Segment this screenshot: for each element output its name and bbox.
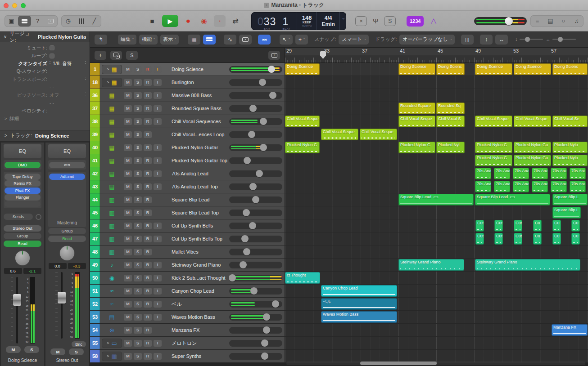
track-number[interactable]: 38 xyxy=(90,115,100,128)
mute-button[interactable]: M xyxy=(124,79,132,86)
param-value[interactable]: オフ xyxy=(50,92,59,98)
region[interactable]: Doing Science xyxy=(398,63,435,75)
track-number[interactable]: 47 xyxy=(90,232,100,245)
track-volume-slider[interactable] xyxy=(229,196,282,203)
volume-fader[interactable] xyxy=(10,277,22,344)
record-enable-button[interactable]: R xyxy=(144,105,152,112)
stepper-icon[interactable]: ˆˇ xyxy=(85,62,86,66)
track-name[interactable]: Burlington xyxy=(165,80,229,85)
track-number[interactable]: 49 xyxy=(90,259,100,271)
capture-recording-button[interactable]: ◉ xyxy=(198,15,210,27)
track-name[interactable]: ベル xyxy=(165,301,229,308)
pan-knob[interactable] xyxy=(59,245,75,261)
track-number[interactable]: 36 xyxy=(90,89,100,102)
input-monitor-button[interactable]: I xyxy=(154,92,162,99)
track-number[interactable]: 40 xyxy=(90,141,100,154)
region[interactable]: Chill Vocal Seque xyxy=(285,116,320,127)
track-lane[interactable]: Doing ScienceDoing ScienceDoing SciencDo… xyxy=(285,63,588,76)
input-monitor-button[interactable]: I xyxy=(154,170,162,177)
track-header[interactable]: 55>▭MSRIメロトロン xyxy=(90,337,285,349)
param-value[interactable]: - - xyxy=(50,100,54,106)
region[interactable]: Chill Vocal Seque xyxy=(360,129,397,140)
track-header[interactable]: 44▥MSRSquare Blip Lead xyxy=(90,193,285,206)
region-param-row[interactable]: ピッチソース:オフˆˇ xyxy=(0,91,90,99)
horizontal-zoom-slider[interactable]: ↔ xyxy=(546,37,576,42)
volume-knob[interactable] xyxy=(263,313,270,321)
region-param-row[interactable]: >詳細 xyxy=(0,115,90,123)
input-monitor-button[interactable]: I xyxy=(154,275,162,281)
region[interactable]: Chill Vocal Seque xyxy=(514,116,551,127)
stepper-icon[interactable]: ˆˇ xyxy=(85,77,86,81)
track-lane[interactable]: Plucked Nylon GPlucked Nylon GPlucked Ny… xyxy=(285,141,588,154)
volume-knob[interactable] xyxy=(249,105,257,112)
mute-button[interactable]: M xyxy=(50,348,65,355)
track-name[interactable]: Chill Vocal...ences Loop xyxy=(165,132,229,137)
region[interactable]: Plucked Nylo xyxy=(552,142,588,153)
track-lane[interactable]: Plucked Nylon GPlucked Nylon GuPlucked N… xyxy=(285,154,588,167)
mute-button[interactable]: M xyxy=(124,236,132,242)
solo-button[interactable]: S xyxy=(134,66,142,73)
track-volume-slider[interactable] xyxy=(229,92,282,99)
mute-button[interactable]: M xyxy=(124,275,132,281)
region[interactable]: 70s Ana xyxy=(551,181,567,192)
region[interactable]: ct Thought xyxy=(285,272,320,284)
volume-knob[interactable] xyxy=(269,92,276,99)
track-name[interactable]: Square Blip Lead xyxy=(165,197,229,202)
volume-knob[interactable] xyxy=(263,326,270,334)
track-number[interactable]: 41 xyxy=(90,154,100,167)
solo-button[interactable]: S xyxy=(134,327,142,334)
tuner-button[interactable]: Ψ xyxy=(370,16,381,26)
input-monitor-button[interactable]: I xyxy=(154,105,162,112)
stepper-icon[interactable]: ˆˇ xyxy=(85,93,86,97)
input-monitor-button[interactable]: I xyxy=(154,144,162,151)
mute-button[interactable]: M xyxy=(124,262,132,268)
region[interactable]: 70s Ana xyxy=(513,181,529,192)
solo-button[interactable]: S xyxy=(134,314,142,321)
solo-button[interactable]: S xyxy=(134,170,142,177)
record-enable-button[interactable]: R xyxy=(144,196,152,203)
view-menu[interactable]: 表示ˇ xyxy=(160,35,179,45)
grid-view-button[interactable]: ▦ xyxy=(188,35,200,45)
input-monitor-button[interactable]: I xyxy=(154,79,162,86)
region[interactable]: Doing Scienc xyxy=(436,63,465,75)
input-monitor-button[interactable]: I xyxy=(154,223,162,229)
track-name[interactable]: 70s Analog Lead Top xyxy=(165,184,229,189)
fader-cap[interactable] xyxy=(13,294,21,306)
send-level-knob[interactable] xyxy=(36,214,41,220)
volume-knob[interactable] xyxy=(272,300,279,308)
volume-knob[interactable] xyxy=(259,79,266,86)
track-lane[interactable] xyxy=(285,350,588,362)
stereo-slot[interactable]: ⊂⊃ xyxy=(49,162,85,168)
group-slot[interactable]: Group xyxy=(48,228,86,234)
region[interactable]: 70s Ana xyxy=(475,181,491,192)
track-lane[interactable]: Chill Vocal SequeChill Vocal SequeChill … xyxy=(285,115,588,128)
pointer-tool-menu[interactable]: ↖ˇ xyxy=(280,35,293,45)
record-enable-button[interactable]: R xyxy=(144,210,152,216)
toolbar-toggle-button[interactable]: ↓ xyxy=(44,16,57,27)
audio-fx-slot[interactable]: Flanger xyxy=(5,194,41,201)
volume-knob[interactable] xyxy=(244,157,251,164)
track-volume-slider[interactable] xyxy=(229,210,282,216)
volume-knob[interactable] xyxy=(250,287,258,295)
track-number[interactable]: 1 xyxy=(90,63,100,76)
back-button[interactable]: ↰ xyxy=(95,35,107,45)
master-volume-slider[interactable] xyxy=(474,17,527,25)
region-inspector-header[interactable]: ∨ リージョン: Plucked Nylon Guitar xyxy=(0,31,90,42)
track-header[interactable]: 49♪MSRISteinway Grand Piano xyxy=(90,259,285,271)
volume-knob[interactable] xyxy=(243,209,250,216)
volume-knob[interactable] xyxy=(243,248,250,255)
track-lane[interactable]: Chill Vocal SequeChill Vocal Seque xyxy=(285,128,588,141)
track-icon-area[interactable]: >▦ xyxy=(102,78,122,87)
track-name[interactable]: Super Synths xyxy=(165,353,229,359)
track-header[interactable]: 52≈MSRIベル xyxy=(90,298,285,310)
track-volume-slider[interactable] xyxy=(229,66,282,73)
region[interactable]: Doing Science xyxy=(514,63,551,75)
track-name[interactable]: Plucked Nylon Guitar xyxy=(165,145,229,150)
volume-knob[interactable] xyxy=(248,131,255,138)
track-header[interactable]: 47▥MSRICut Up Synth Bells Top xyxy=(90,232,285,245)
input-monitor-button[interactable]: I xyxy=(154,183,162,190)
region[interactable]: 70s Ana xyxy=(532,168,548,179)
track-volume-slider[interactable] xyxy=(229,236,282,242)
record-enable-button[interactable]: R xyxy=(144,170,152,177)
region-param-row[interactable]: トランスポーズ:ˆˇ xyxy=(0,76,90,84)
